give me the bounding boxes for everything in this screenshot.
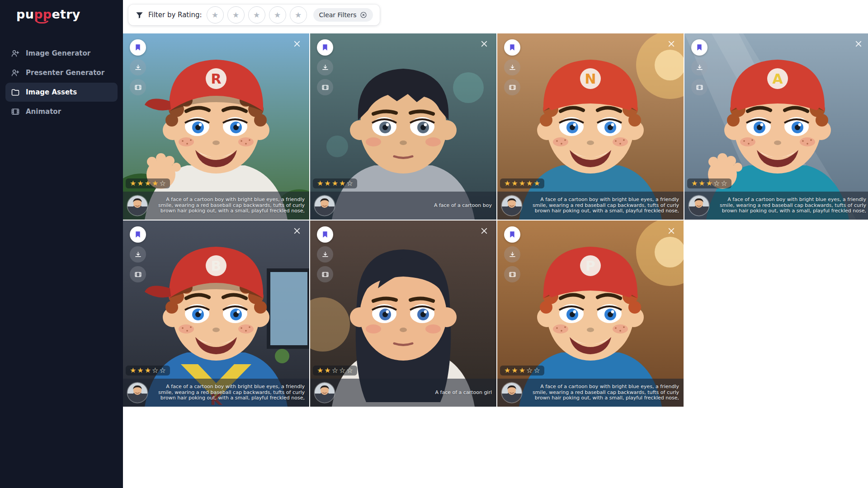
download-button[interactable] [130, 246, 146, 263]
star-icon[interactable]: ☆ [152, 367, 158, 374]
sidebar-item-label: Image Assets [26, 88, 77, 96]
filter-star-button-1[interactable]: ★ [207, 6, 224, 23]
download-icon [134, 64, 142, 71]
close-button[interactable] [665, 37, 678, 51]
sidebar-item-presenter-generator[interactable]: Presenter Generator [5, 63, 118, 82]
rating-badge[interactable]: ★★★☆☆ [126, 366, 170, 375]
star-icon[interactable]: ★ [339, 180, 345, 187]
star-icon[interactable]: ★ [533, 180, 540, 187]
star-icon[interactable]: ★ [526, 180, 533, 187]
image-assets-grid: R ★★★★☆ A face of a cartoon boy with [123, 33, 868, 407]
star-icon[interactable]: ★ [511, 367, 518, 374]
star-icon[interactable]: ☆ [526, 367, 533, 374]
close-button[interactable] [665, 224, 678, 238]
star-icon[interactable]: ☆ [713, 180, 720, 187]
rating-badge[interactable]: ★★★★☆ [126, 178, 170, 188]
star-icon[interactable]: ☆ [346, 367, 353, 374]
filter-star-button-2[interactable]: ★ [227, 6, 245, 23]
filter-star-button-5[interactable]: ★ [290, 6, 307, 23]
caption-text: A face of a cartoon boy [338, 203, 492, 209]
star-icon[interactable]: ☆ [346, 180, 353, 187]
star-icon[interactable]: ☆ [332, 367, 338, 374]
bookmark-button[interactable] [691, 39, 708, 56]
star-icon[interactable]: ★ [504, 180, 510, 187]
image-asset-card[interactable]: ★★★★☆ A face of a cartoon boy [310, 33, 496, 220]
image-asset-card[interactable]: N ★★★★★ A face of a cartoon boy with [497, 33, 684, 220]
star-icon[interactable]: ★ [137, 180, 143, 187]
film-strip-icon [696, 84, 703, 91]
download-button[interactable] [504, 246, 520, 263]
close-button[interactable] [477, 224, 491, 238]
rating-badge[interactable]: ★★★☆☆ [687, 178, 731, 188]
bookmark-button[interactable] [130, 226, 146, 243]
star-icon[interactable]: ★ [332, 180, 338, 187]
close-button[interactable] [852, 37, 865, 51]
make-video-button[interactable] [317, 79, 333, 95]
film-strip-icon [509, 84, 516, 91]
caption-bar: A face of a cartoon boy with bright blue… [123, 379, 309, 407]
star-icon[interactable]: ★ [317, 367, 323, 374]
star-icon[interactable]: ★ [130, 180, 136, 187]
star-icon[interactable]: ★ [691, 180, 698, 187]
close-button[interactable] [290, 224, 304, 238]
image-asset-card[interactable]: P ★★★☆☆ A face of a cartoon boy with [497, 221, 684, 407]
sidebar-item-image-assets[interactable]: Image Assets [5, 83, 118, 102]
bookmark-button[interactable] [317, 39, 333, 56]
film-strip-icon [321, 271, 329, 278]
bookmark-button[interactable] [504, 226, 520, 243]
rating-badge[interactable]: ★★★★★ [500, 178, 544, 188]
star-icon[interactable]: ★ [137, 367, 143, 374]
filter-star-button-3[interactable]: ★ [248, 6, 265, 23]
star-icon[interactable]: ☆ [339, 367, 345, 374]
rating-badge[interactable]: ★★★☆☆ [500, 366, 544, 375]
close-button[interactable] [477, 37, 491, 51]
close-icon [480, 40, 488, 48]
make-video-button[interactable] [130, 79, 146, 95]
make-video-button[interactable] [691, 79, 708, 95]
star-icon[interactable]: ★ [519, 367, 525, 374]
make-video-button[interactable] [317, 266, 333, 282]
star-icon[interactable]: ★ [511, 180, 518, 187]
sidebar-item-image-generator[interactable]: Image Generator [5, 44, 118, 63]
download-button[interactable] [317, 59, 333, 75]
rating-badge[interactable]: ★★☆☆☆ [313, 366, 357, 375]
sidebar-item-animator[interactable]: Animator [5, 102, 118, 121]
filter-star-button-4[interactable]: ★ [269, 6, 286, 23]
star-icon[interactable]: ★ [706, 180, 712, 187]
download-button[interactable] [130, 59, 146, 75]
image-asset-card[interactable]: K B ★★★☆☆ [123, 221, 309, 407]
star-icon[interactable]: ★ [152, 180, 158, 187]
bookmark-button[interactable] [130, 39, 146, 56]
make-video-button[interactable] [504, 266, 520, 282]
download-button[interactable] [317, 246, 333, 263]
star-icon[interactable]: ★ [324, 180, 330, 187]
star-icon[interactable]: ☆ [721, 180, 727, 187]
bookmark-button[interactable] [317, 226, 333, 243]
avatar [689, 196, 709, 216]
star-icon[interactable]: ☆ [159, 180, 165, 187]
star-icon[interactable]: ★ [698, 180, 705, 187]
star-icon[interactable]: ★ [130, 367, 136, 374]
star-icon[interactable]: ★ [145, 180, 151, 187]
image-asset-card[interactable]: R ★★★★☆ A face of a cartoon boy with [123, 33, 309, 220]
star-icon[interactable]: ☆ [159, 367, 165, 374]
bookmark-button[interactable] [504, 39, 520, 56]
download-button[interactable] [504, 59, 520, 75]
download-button[interactable] [691, 59, 708, 75]
film-strip-icon [134, 84, 142, 91]
make-video-button[interactable] [130, 266, 146, 282]
close-button[interactable] [290, 37, 304, 51]
image-asset-card[interactable]: A ★★★☆☆ A face of a cartoon boy with [684, 33, 868, 220]
star-icon[interactable]: ★ [324, 367, 330, 374]
star-icon[interactable]: ★ [317, 180, 323, 187]
make-video-button[interactable] [504, 79, 520, 95]
star-icon[interactable]: ★ [504, 367, 510, 374]
folder-icon [11, 88, 20, 97]
star-icon[interactable]: ★ [145, 367, 151, 374]
image-asset-card[interactable]: ★★☆☆☆ A face of a cartoon girl [310, 221, 496, 407]
bookmark-icon [509, 231, 516, 238]
rating-badge[interactable]: ★★★★☆ [313, 178, 357, 188]
star-icon[interactable]: ☆ [533, 367, 540, 374]
clear-filters-button[interactable]: Clear Filters [313, 8, 373, 22]
star-icon[interactable]: ★ [519, 180, 525, 187]
